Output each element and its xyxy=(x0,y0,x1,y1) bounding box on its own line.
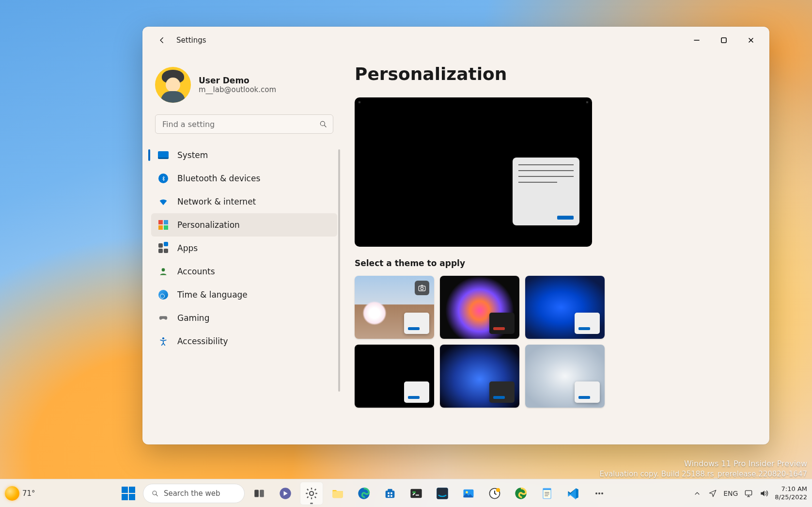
svg-rect-16 xyxy=(390,492,392,494)
svg-point-5 xyxy=(421,287,423,290)
language-indicator[interactable]: ENG xyxy=(723,490,738,497)
watermark-line-2: Evaluation copy. Build 25188.rs_prerelea… xyxy=(600,469,807,479)
svg-point-30 xyxy=(595,492,597,494)
search-icon xyxy=(319,120,328,128)
notepad-icon xyxy=(540,487,554,500)
edge-canary-icon xyxy=(514,487,528,500)
sidebar-item-time[interactable]: Time & language xyxy=(151,283,337,306)
clock-time: 7:10 AM xyxy=(775,485,807,493)
taskbar-app-edge-canary[interactable] xyxy=(509,482,532,505)
sidebar-item-network[interactable]: Network & internet xyxy=(151,190,337,213)
sidebar-item-personalization[interactable]: Personalization xyxy=(151,213,337,237)
avatar xyxy=(155,67,191,103)
theme-option-1[interactable] xyxy=(355,276,434,339)
svg-rect-0 xyxy=(721,38,726,43)
svg-point-26 xyxy=(496,488,500,491)
taskbar-app-prime-video[interactable] xyxy=(431,482,454,505)
minimize-button[interactable] xyxy=(683,30,710,51)
taskbar-overflow[interactable] xyxy=(588,482,611,505)
network-tray-icon[interactable] xyxy=(744,489,753,498)
bluetooth-icon xyxy=(158,173,169,184)
start-button[interactable] xyxy=(117,482,140,505)
sidebar-item-label: System xyxy=(177,150,208,160)
profile-email: m__lab@outlook.com xyxy=(199,85,276,94)
windows-icon xyxy=(122,487,135,500)
sidebar-item-label: Bluetooth & devices xyxy=(177,174,260,183)
display-icon xyxy=(158,150,169,160)
svg-rect-11 xyxy=(332,491,343,498)
vscode-icon xyxy=(566,487,580,500)
title-bar: Settings xyxy=(142,27,769,53)
theme-option-4[interactable] xyxy=(355,345,434,408)
watermark-line-1: Windows 11 Pro Insider Preview xyxy=(600,459,807,469)
volume-icon[interactable] xyxy=(759,489,769,498)
accessibility-icon xyxy=(158,336,169,347)
clock-date: 8/25/2022 xyxy=(775,493,807,501)
sidebar-item-label: Network & internet xyxy=(177,197,256,206)
search-input[interactable] xyxy=(155,114,333,134)
taskbar-app-ms-store[interactable] xyxy=(378,482,402,505)
prime-video-icon xyxy=(436,487,449,500)
folder-icon xyxy=(331,487,344,500)
clock-icon xyxy=(488,487,501,500)
palette-icon xyxy=(158,220,169,230)
taskbar-app-terminal[interactable] xyxy=(405,482,428,505)
taskbar-app-notepad[interactable] xyxy=(535,482,559,505)
globe-clock-icon xyxy=(158,289,169,300)
taskbar-app-edge[interactable] xyxy=(352,482,375,505)
content-area: Personalization Select a theme to apply xyxy=(346,53,769,444)
theme-section-label: Select a theme to apply xyxy=(355,258,755,268)
svg-rect-7 xyxy=(254,490,259,497)
preview-window-card xyxy=(513,158,579,225)
apps-icon xyxy=(158,243,169,254)
taskbar-app-file-explorer[interactable] xyxy=(326,482,349,505)
svg-rect-17 xyxy=(388,495,390,497)
taskbar-search[interactable]: Search the web xyxy=(143,484,245,503)
svg-rect-13 xyxy=(386,491,395,498)
sidebar-item-bluetooth[interactable]: Bluetooth & devices xyxy=(151,167,337,190)
sidebar-item-accessibility[interactable]: Accessibility xyxy=(151,330,337,353)
chevron-up-icon[interactable] xyxy=(692,489,702,498)
sidebar-item-label: Accounts xyxy=(177,267,215,276)
gamepad-icon xyxy=(158,313,169,323)
theme-option-2[interactable] xyxy=(440,276,519,339)
theme-option-6[interactable] xyxy=(525,345,605,408)
maximize-button[interactable] xyxy=(710,30,737,51)
theme-option-5[interactable] xyxy=(440,345,519,408)
location-icon[interactable] xyxy=(708,489,718,498)
taskbar-clock[interactable]: 7:10 AM 8/25/2022 xyxy=(775,485,807,501)
svg-point-10 xyxy=(310,491,313,495)
taskbar-app-task-view[interactable] xyxy=(248,482,271,505)
close-button[interactable] xyxy=(737,30,765,51)
theme-option-3[interactable] xyxy=(525,276,605,339)
svg-rect-14 xyxy=(388,489,392,491)
sidebar-item-gaming[interactable]: Gaming xyxy=(151,306,337,330)
sidebar-item-apps[interactable]: Apps xyxy=(151,237,337,260)
theme-grid xyxy=(355,276,755,408)
sidebar-item-system[interactable]: System xyxy=(151,143,337,167)
scrollbar[interactable] xyxy=(338,149,340,392)
taskbar-app-clock[interactable] xyxy=(483,482,506,505)
taskbar-app-photos[interactable] xyxy=(457,482,480,505)
account-profile[interactable]: User Demo m__lab@outlook.com xyxy=(151,63,337,112)
desktop-watermark: Windows 11 Pro Insider Preview Evaluatio… xyxy=(600,459,807,479)
svg-rect-8 xyxy=(260,490,264,497)
svg-point-3 xyxy=(162,337,164,339)
taskbar-app-vscode[interactable] xyxy=(562,482,585,505)
page-title: Personalization xyxy=(355,64,755,84)
teams-icon xyxy=(279,487,292,500)
sidebar: User Demo m__lab@outlook.com System xyxy=(142,53,346,444)
settings-window: Settings xyxy=(142,27,769,444)
back-button[interactable] xyxy=(152,31,172,50)
sidebar-item-accounts[interactable]: Accounts xyxy=(151,260,337,283)
svg-point-31 xyxy=(598,492,600,494)
edge-icon xyxy=(357,487,371,500)
taskbar-app-teams[interactable] xyxy=(274,482,297,505)
gear-icon xyxy=(305,487,318,500)
sidebar-item-label: Gaming xyxy=(177,313,209,323)
svg-rect-19 xyxy=(410,489,422,498)
weather-widget[interactable]: 71° xyxy=(5,486,35,501)
wifi-icon xyxy=(158,196,169,207)
sidebar-item-label: Accessibility xyxy=(177,336,228,346)
taskbar-app-settings[interactable] xyxy=(300,482,323,505)
